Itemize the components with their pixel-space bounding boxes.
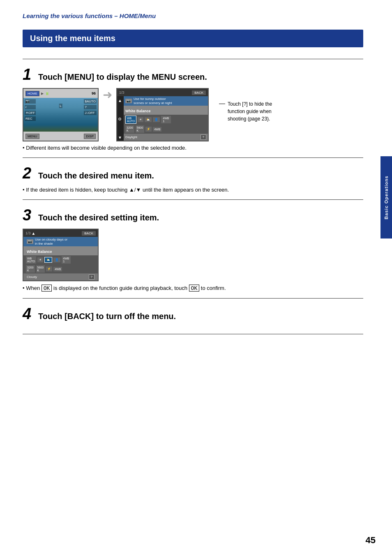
step-2: 2 Touch the desired menu item. If the de… — [23, 158, 363, 200]
cam-icon-sun: ☀OFF — [25, 111, 36, 115]
opt-4wb[interactable]: 4WB — [153, 127, 161, 132]
m2-opt-flash[interactable]: ⚡ — [46, 266, 52, 271]
step-3-header: 3 Touch the desired setting item. — [23, 207, 363, 223]
step-1-number: 1 — [23, 67, 34, 82]
menu-btn[interactable]: MENU — [25, 134, 39, 139]
m2-opt-wb1[interactable]: 4WB1 — [62, 256, 70, 264]
step-2-title: Touch the desired menu item. — [38, 171, 154, 181]
step-1-note: Different items will become visible depe… — [23, 145, 363, 151]
arrow-to-menu: ➜ — [103, 88, 112, 102]
menu-top-bar: 1/3 BACK — [117, 89, 208, 96]
menu2-back-btn[interactable]: BACK — [82, 231, 96, 236]
disp-btn[interactable]: DISP — [84, 134, 96, 139]
menu-options-2: 3200K 5600K ⚡ 4WB — [124, 125, 208, 134]
wb-label: White Balance — [125, 109, 151, 113]
cam-left-icons: 📷 r ☀OFF REC — [25, 99, 36, 121]
cam-body: 📷 r ☀OFF REC $AUTO 7 J↓OFF — [23, 98, 98, 132]
menu-nav: ▲ ⚙ ▼ — [118, 98, 122, 141]
step-2-header: 2 Touch the desired menu item. — [23, 165, 363, 181]
opt-wb1[interactable]: 4WB1 — [161, 116, 171, 123]
callout-line-group: Touch [?] to hide thefunction guide when… — [219, 100, 272, 123]
callout-text: Touch [?] to hide thefunction guide when… — [228, 100, 272, 123]
step-4-header: 4 Touch [BACK] to turn off the menu. — [23, 306, 363, 322]
step-3: 3 Touch the desired setting item. 1/3 ▲ … — [23, 200, 363, 299]
menu-screen-1: 1/3 BACK ▲ ⚙ ▼ 📷 Use for sunny — [116, 88, 209, 141]
opt-wb-auto[interactable]: WBAUTO — [125, 116, 136, 124]
menu-sunny-text: Use for sunny outdoorscenes or scenery a… — [134, 97, 172, 105]
nav-down[interactable]: ▼ — [118, 136, 122, 140]
main-content: Learning the various functions – HOME/Me… — [0, 0, 392, 359]
m2-opt-cloud[interactable]: ⛅ — [44, 257, 52, 263]
camera-screen-1: HOME ▶ 🔋 96 📷 r ☀OFF REC — [23, 88, 99, 141]
opt-person[interactable]: 👤 — [153, 117, 160, 122]
back-btn[interactable]: BACK — [192, 90, 206, 95]
page-number: 45 — [366, 535, 376, 546]
step-1-body: HOME ▶ 🔋 96 📷 r ☀OFF REC — [23, 88, 363, 151]
step-2-note: If the desired item is hidden, keep touc… — [23, 187, 363, 193]
opt-sun[interactable]: ☀ — [138, 117, 143, 122]
nav-up[interactable]: ▲ — [118, 99, 122, 103]
cam-icon-photo: 📷 — [25, 99, 36, 104]
opt-5600[interactable]: 5600K — [136, 125, 145, 133]
cam-battery-icon: 🔋 — [45, 92, 49, 95]
menu-options-1: WBAUTO ☀ ⛅ 👤 4WB1 — [124, 115, 208, 125]
menu2-icon: 📷 — [27, 239, 33, 244]
menu2-question-btn[interactable]: ? — [89, 274, 95, 280]
step-3-note: • When OK is displayed on the function g… — [23, 285, 363, 292]
cam-icon-r: r — [25, 105, 36, 109]
opt-flash[interactable]: ⚡ — [145, 127, 152, 132]
menu2-cloudy-row: Cloudy ? — [23, 273, 98, 280]
step-3-number: 3 — [23, 207, 34, 223]
cam-icon-rec: REC — [25, 116, 36, 121]
ok-box-2: OK — [189, 285, 200, 292]
cam-icon-joff: J↓OFF — [84, 111, 97, 115]
menu-screen-2: 1/3 ▲ BACK 📷 Use on cloudy days orin the… — [23, 229, 99, 281]
menu-wb-row: White Balance — [124, 106, 208, 115]
home-btn[interactable]: HOME — [25, 91, 39, 96]
menu2-options-2: 3200K 5600K ⚡ 4WB — [23, 264, 98, 273]
m2-opt-auto[interactable]: WBAUTO — [26, 256, 36, 264]
step-4-number: 4 — [23, 306, 34, 322]
callout-line — [219, 104, 225, 104]
cam-center: L — [59, 101, 62, 109]
menu2-page: 1/3 — [25, 231, 31, 235]
opt-cloud[interactable]: ⛅ — [145, 117, 152, 122]
step-4-title: Touch [BACK] to turn off the menu. — [38, 312, 176, 321]
step-2-body: If the desired item is hidden, keep touc… — [23, 187, 363, 193]
m2-opt-3200[interactable]: 3200K — [26, 265, 35, 273]
menu-cam-icon: 📷 — [125, 99, 132, 103]
ok-box-1: OK — [42, 285, 52, 292]
menu2-content: 📷 Use on cloudy days orin the shade Whit… — [23, 237, 98, 280]
cam-icon-auto: $AUTO — [84, 99, 97, 104]
step-2-number: 2 — [23, 165, 34, 181]
cam-icon-l: L — [59, 104, 62, 108]
callout-1: Touch [?] to hide thefunction guide when… — [219, 100, 272, 123]
step-1: 1 Touch [MENU] to display the MENU scree… — [23, 59, 363, 158]
cloudy-label: Cloudy — [27, 275, 37, 279]
menu2-wb-label: White Balance — [27, 250, 52, 254]
daylight-label: Daylight — [125, 135, 137, 139]
opt-3200[interactable]: 3200K — [125, 125, 134, 133]
menu2-options-1: WBAUTO ☀ ⛅ 👤 4WB1 — [23, 255, 98, 264]
step-1-title: Touch [MENU] to display the MENU screen. — [38, 72, 207, 82]
step-1-screens: HOME ▶ 🔋 96 📷 r ☀OFF REC — [23, 88, 363, 141]
menu2-nav-up[interactable]: ▲ — [32, 231, 36, 236]
cam-mode-icon: ▶ — [41, 92, 44, 95]
menu-sunny-row: 📷 Use for sunny outdoorscenes or scenery… — [124, 96, 208, 106]
step-4: 4 Touch [BACK] to turn off the menu. — [23, 299, 363, 334]
step-3-body: 1/3 ▲ BACK 📷 Use on cloudy days orin the… — [23, 229, 363, 292]
m2-opt-5600[interactable]: 5600K — [36, 265, 45, 273]
cam-bottom-bar: MENU DISP — [23, 132, 98, 141]
question-btn[interactable]: ? — [201, 134, 206, 140]
m2-opt-person[interactable]: 👤 — [53, 257, 60, 262]
step-1-header: 1 Touch [MENU] to display the MENU scree… — [23, 67, 363, 82]
step-3-title: Touch the desired setting item. — [38, 213, 159, 222]
section-header: Using the menu items — [23, 30, 363, 47]
cam-top-bar: HOME ▶ 🔋 96 — [23, 89, 98, 98]
cam-counter: 96 — [92, 91, 96, 95]
page-top-title: Learning the various functions – HOME/Me… — [23, 12, 363, 19]
m2-opt-4wb[interactable]: 4WB — [53, 267, 62, 271]
menu-daylight-row: Daylight ? — [124, 134, 208, 141]
m2-opt-sun[interactable]: ☀ — [37, 257, 43, 262]
sidebar-tab: Basic Operations — [380, 156, 392, 238]
